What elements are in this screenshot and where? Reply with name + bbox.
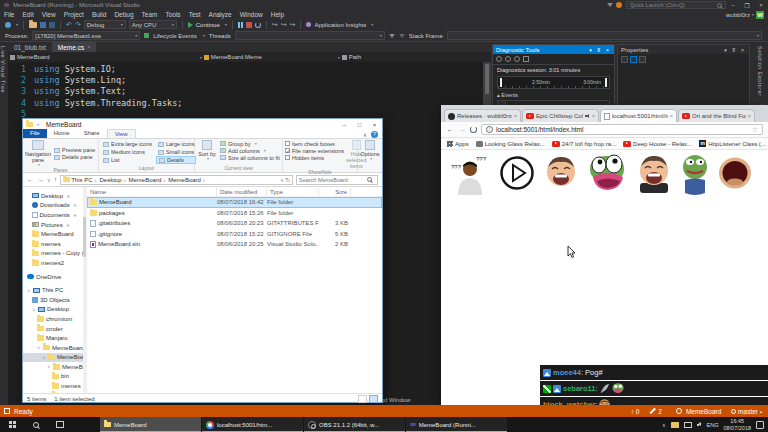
bookmark-apps[interactable]: Apps bbox=[447, 141, 469, 147]
chat-username[interactable]: sebaro11 bbox=[563, 384, 598, 393]
column-name[interactable]: Name bbox=[87, 188, 217, 196]
explorer-search-input[interactable] bbox=[297, 177, 367, 183]
tab-close-icon[interactable]: × bbox=[670, 113, 673, 119]
file-row-gitattributes[interactable]: .gitattributes 08/06/2018 20:23GITATTRIB… bbox=[87, 218, 382, 229]
quick-launch-input[interactable]: Quick Launch (Ctrl+Q) bbox=[626, 1, 726, 9]
chat-username[interactable]: moee44 bbox=[553, 368, 583, 377]
vs-minimize-button[interactable]: – bbox=[726, 2, 740, 8]
help-icon[interactable]: ? bbox=[371, 131, 378, 138]
sort-by-button[interactable]: Sort by▾ bbox=[197, 140, 217, 161]
group-by-button[interactable]: Group by▾ bbox=[220, 140, 280, 147]
menu-project[interactable]: Project bbox=[60, 11, 88, 18]
nav-item-desktop[interactable]: Desktop∗ bbox=[23, 191, 86, 201]
threads-select[interactable]: ▾ bbox=[235, 31, 385, 40]
large-icons-view-toggle[interactable] bbox=[369, 395, 378, 403]
nav-item-bin[interactable]: bin bbox=[23, 372, 86, 382]
nav-item-memes-2[interactable]: memes bbox=[23, 381, 86, 391]
undo-icon[interactable]: ↶ bbox=[66, 21, 72, 29]
vs-close-button[interactable]: × bbox=[754, 2, 768, 8]
file-name-extensions-toggle[interactable]: ✓File name extensions bbox=[285, 147, 344, 154]
continue-button[interactable]: Continue bbox=[196, 22, 220, 28]
explorer-search-box[interactable] bbox=[296, 175, 378, 185]
filter-icon[interactable] bbox=[389, 34, 395, 38]
lifecycle-events-button[interactable]: Lifecycle Events bbox=[153, 33, 196, 39]
refresh-icon[interactable]: ↻ bbox=[285, 176, 290, 183]
live-visual-tree-tab[interactable]: Live Visual Tree bbox=[0, 46, 6, 93]
browser-tab-ori[interactable]: Ori and the Blind Forest... × bbox=[678, 109, 755, 122]
nav-item-memes-copy[interactable]: memes - Copy ( bbox=[23, 249, 86, 259]
editor-tab-meme[interactable]: Meme.cs× bbox=[52, 42, 97, 52]
preview-pane-button[interactable]: Preview pane bbox=[54, 147, 95, 154]
events-section-header[interactable]: ▴ Events bbox=[493, 91, 614, 99]
diag-zoom-out-icon[interactable] bbox=[514, 56, 520, 62]
taskbar-app-obs[interactable]: OBS 21.1.2 (64bit, w... bbox=[304, 417, 405, 432]
menu-tools[interactable]: Tools bbox=[161, 11, 184, 18]
stop-debug-icon[interactable] bbox=[246, 22, 252, 28]
notifications-funnel-icon[interactable] bbox=[607, 3, 613, 7]
ribbon-tab-view[interactable]: View bbox=[107, 129, 136, 138]
crumb-desktop[interactable]: Desktop bbox=[100, 177, 128, 183]
taskbar-app-explorer[interactable]: MemeBoard bbox=[100, 417, 201, 432]
navigation-pane-button[interactable]: Navigation pane▾ bbox=[25, 140, 51, 167]
forward-button[interactable]: → bbox=[37, 176, 44, 183]
pause-icon[interactable] bbox=[238, 22, 243, 28]
step-into-icon[interactable]: ↪ bbox=[272, 21, 278, 29]
pepe-emote-image[interactable] bbox=[681, 153, 709, 199]
application-insights-button[interactable]: Application Insights bbox=[314, 22, 366, 28]
tray-expand-icon[interactable]: ∧ bbox=[662, 422, 666, 428]
panel-window-buttons[interactable]: ▾ ⊼ × bbox=[589, 47, 611, 53]
tab-close-icon[interactable]: × bbox=[514, 113, 517, 119]
menu-team[interactable]: Team bbox=[138, 11, 162, 18]
column-date-modified[interactable]: Date modified bbox=[217, 188, 267, 196]
taskbar-app-chrome[interactable]: localhost:5001/htm... bbox=[202, 417, 303, 432]
bookmark-httplistener[interactable]: mHttpListener Class (... bbox=[699, 140, 766, 147]
nav-item-memes2[interactable]: memes2 bbox=[23, 258, 86, 268]
save-icon[interactable] bbox=[40, 22, 46, 28]
status-branch-name[interactable]: master bbox=[738, 408, 758, 415]
lul-emote-image[interactable] bbox=[544, 153, 578, 189]
address-dropdown-icon[interactable]: ∨ bbox=[280, 177, 284, 183]
nav-item-new-folder[interactable]: New folde bbox=[23, 391, 86, 393]
breadcrumb-type[interactable]: MemeBoard.Meme bbox=[211, 54, 262, 60]
browser-tab-github[interactable]: Releases · wubbl0rz/Me... × bbox=[444, 109, 521, 122]
signed-in-user[interactable]: wubbl0rz bbox=[726, 12, 750, 18]
nav-item-manjaro[interactable]: Manjaro bbox=[23, 333, 86, 343]
crumb-memeboard[interactable]: MemeBoard bbox=[129, 177, 168, 183]
details-view-toggle[interactable] bbox=[358, 395, 367, 403]
debug-config-select[interactable]: Debug▾ bbox=[84, 20, 126, 29]
save-all-icon[interactable] bbox=[49, 22, 55, 28]
open-folder-icon[interactable] bbox=[29, 22, 37, 28]
ribbon-tab-share[interactable]: Share bbox=[77, 129, 107, 138]
play-video-button[interactable] bbox=[499, 155, 535, 191]
menu-edit[interactable]: Edit bbox=[18, 11, 37, 18]
details-pane-button[interactable]: Details pane bbox=[54, 154, 95, 161]
browser-tab-chillstep[interactable]: Epic Chillstep Collecti... × bbox=[522, 109, 599, 122]
categorized-view-icon[interactable] bbox=[621, 56, 628, 63]
step-over-icon[interactable]: ↪ bbox=[281, 21, 287, 29]
tab-close-icon[interactable]: × bbox=[748, 113, 751, 119]
ribbon-tab-file[interactable]: File bbox=[23, 129, 47, 138]
file-row-gitignore[interactable]: .gitignore 08/07/2018 15:22GITIGNORE Fil… bbox=[87, 229, 382, 240]
nav-item-3d-objects[interactable]: 3D Objects bbox=[23, 295, 86, 305]
outgoing-commits-count[interactable]: 0 bbox=[636, 408, 640, 415]
file-row-memeboard[interactable]: MemeBoard 08/07/2018 16:42File folder bbox=[87, 197, 382, 208]
list-view-button[interactable]: List bbox=[101, 156, 154, 164]
menu-window[interactable]: Window bbox=[236, 11, 267, 18]
vs-titlebar[interactable]: ∞ MemeBoard (Running) - Microsoft Visual… bbox=[0, 0, 768, 10]
hide-selected-items-button[interactable]: Hide selected items bbox=[346, 140, 366, 169]
bookmark-looking-glass[interactable]: Looking Glass Relax... bbox=[476, 141, 545, 147]
solution-explorer-tab[interactable]: Solution Explorer bbox=[757, 46, 763, 96]
volume-icon[interactable] bbox=[697, 422, 702, 427]
browser-reload-button[interactable] bbox=[470, 126, 477, 133]
pending-edits-count[interactable]: 2 bbox=[658, 408, 662, 415]
omnibox[interactable]: i ☆ bbox=[481, 124, 763, 135]
collapse-ribbon-icon[interactable]: ∧ bbox=[363, 132, 367, 138]
task-view-button[interactable] bbox=[48, 417, 72, 432]
column-size[interactable]: Size bbox=[319, 188, 351, 196]
notification-badge-icon[interactable] bbox=[616, 2, 622, 8]
hidden-items-toggle[interactable]: Hidden items bbox=[285, 154, 344, 161]
diag-zoom-in-icon[interactable] bbox=[505, 56, 511, 62]
details-view-button[interactable]: Details bbox=[156, 156, 196, 164]
explorer-close-button[interactable]: × bbox=[367, 122, 382, 128]
bookmark-deep-house[interactable]: Deep House - Relax... bbox=[623, 141, 692, 147]
